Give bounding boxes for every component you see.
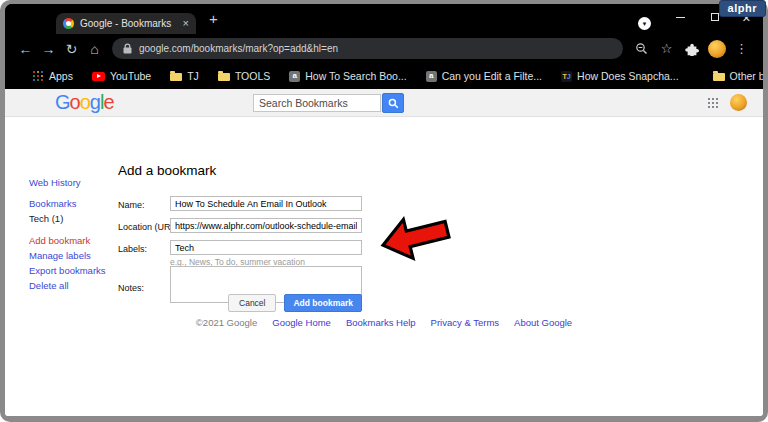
apps-grid-icon — [33, 71, 35, 73]
sidebar-link-add-bookmark[interactable]: Add bookmark — [29, 235, 90, 246]
footer-link-privacy-terms[interactable]: Privacy & Terms — [431, 317, 499, 328]
google-logo: Google — [55, 91, 114, 114]
bookmark-can-you-edit[interactable]: Can you Edit a Filte... — [426, 70, 542, 82]
footer-link-about-google[interactable]: About Google — [514, 317, 572, 328]
footer-link-bookmarks-help[interactable]: Bookmarks Help — [346, 317, 416, 328]
browser-tab[interactable]: Google - Bookmarks × — [56, 13, 196, 34]
browser-toolbar: ← → ↻ ⌂ google.com/bookmarks/mark?op=add… — [5, 34, 763, 63]
new-tab-button[interactable]: + — [209, 11, 218, 26]
google-bookmarks-header: Google — [5, 89, 763, 117]
bookmark-star-icon[interactable]: ☆ — [654, 41, 679, 56]
logo-letter: e — [103, 91, 113, 113]
tab-title: Google - Bookmarks — [80, 18, 177, 29]
bookmark-folder-tj[interactable]: TJ — [170, 70, 199, 82]
google-apps-grid-icon[interactable] — [708, 98, 710, 100]
minimize-button[interactable] — [676, 17, 685, 18]
reload-button[interactable]: ↻ — [60, 42, 83, 56]
profile-avatar[interactable] — [704, 40, 729, 58]
footer-link-google-home[interactable]: Google Home — [272, 317, 331, 328]
extensions-icon[interactable] — [679, 42, 704, 56]
search-icon — [388, 98, 399, 109]
tab-strip: Google - Bookmarks × + ▼ ✕ — [5, 4, 763, 34]
bookmark-label: YouTube — [110, 70, 151, 82]
window-frame: Google - Bookmarks × + ▼ ✕ ← → ↻ ⌂ googl… — [0, 0, 768, 422]
browser-window: Google - Bookmarks × + ▼ ✕ ← → ↻ ⌂ googl… — [5, 4, 763, 416]
red-arrow-annotation — [373, 199, 459, 275]
forward-button[interactable]: → — [37, 42, 60, 56]
bookmark-apps[interactable]: Apps — [33, 70, 73, 82]
logo-letter: G — [55, 91, 70, 113]
folder-icon — [218, 73, 230, 81]
other-bookmarks-button[interactable]: Other bookmarks — [713, 70, 763, 82]
google-favicon-icon — [63, 18, 74, 29]
tab-close-icon[interactable]: × — [183, 18, 189, 29]
avatar — [708, 40, 726, 58]
bookmark-folder-tools[interactable]: TOOLS — [218, 70, 270, 82]
sidebar-label-tech[interactable]: Tech (1) — [29, 213, 63, 224]
tj-favicon-icon — [561, 71, 572, 82]
url-text: google.com/bookmarks/mark?op=add&hl=en — [139, 43, 338, 54]
bookmark-how-to-search[interactable]: How To Search Boo... — [289, 70, 406, 82]
bookmarks-bar: Apps YouTube TJ TOOLS How To Search Boo.… — [5, 63, 763, 89]
google-bookmarks-page: Google Web History Bookmarks Tech — [5, 89, 763, 416]
search-button[interactable] — [382, 93, 404, 113]
bookmark-label: Can you Edit a Filte... — [442, 70, 542, 82]
bookmark-youtube[interactable]: YouTube — [92, 70, 151, 82]
media-controls-button[interactable]: ▼ — [638, 17, 651, 30]
alphr-favicon-icon — [426, 71, 437, 82]
search-input[interactable] — [253, 94, 381, 112]
account-avatar[interactable] — [730, 94, 747, 111]
bookmark-label: Other bookmarks — [730, 70, 763, 82]
zoom-indicator-icon[interactable] — [629, 42, 654, 55]
logo-letter: g — [90, 91, 100, 113]
page-title: Add a bookmark — [118, 163, 216, 178]
bookmark-label: TJ — [187, 70, 199, 82]
youtube-icon — [92, 72, 105, 81]
add-bookmark-button[interactable]: Add bookmark — [284, 294, 362, 312]
home-button[interactable]: ⌂ — [83, 42, 106, 56]
sidebar-link-web-history[interactable]: Web History — [29, 177, 81, 188]
copyright-text: ©2021 Google — [196, 317, 257, 328]
name-field[interactable] — [170, 196, 362, 211]
browser-menu-icon[interactable]: ⋮ — [729, 41, 754, 56]
maximize-button[interactable] — [711, 13, 719, 21]
bookmarks-search — [253, 93, 404, 113]
bookmark-label: Apps — [49, 70, 73, 82]
bookmark-how-does-snapchat[interactable]: How Does Snapcha... — [561, 70, 679, 82]
logo-letter: o — [70, 91, 80, 113]
folder-icon — [713, 73, 725, 81]
name-label: Name: — [118, 200, 145, 210]
page-footer: ©2021 Google Google Home Bookmarks Help … — [5, 317, 763, 328]
sidebar-link-export-bookmarks[interactable]: Export bookmarks — [29, 265, 106, 276]
sidebar-link-delete-all[interactable]: Delete all — [29, 280, 69, 291]
form-buttons: Cancel Add bookmark — [170, 294, 362, 312]
sidebar-link-bookmarks[interactable]: Bookmarks — [29, 198, 77, 209]
bookmark-label: How To Search Boo... — [305, 70, 406, 82]
lock-icon — [123, 43, 132, 54]
alphr-favicon-icon — [289, 71, 300, 82]
alphr-watermark: alphr — [719, 0, 766, 17]
sidebar-link-manage-labels[interactable]: Manage labels — [29, 250, 91, 261]
bookmark-label: TOOLS — [235, 70, 270, 82]
labels-label: Labels: — [118, 244, 147, 254]
notes-label: Notes: — [118, 283, 144, 293]
location-field[interactable] — [170, 218, 362, 233]
chevron-down-icon: ▼ — [642, 21, 648, 27]
address-bar[interactable]: google.com/bookmarks/mark?op=add&hl=en — [112, 38, 623, 59]
cancel-button[interactable]: Cancel — [228, 294, 276, 312]
logo-letter: o — [80, 91, 90, 113]
folder-icon — [170, 73, 182, 81]
back-button[interactable]: ← — [14, 42, 37, 56]
labels-field[interactable] — [170, 240, 362, 255]
bookmark-label: How Does Snapcha... — [577, 70, 679, 82]
